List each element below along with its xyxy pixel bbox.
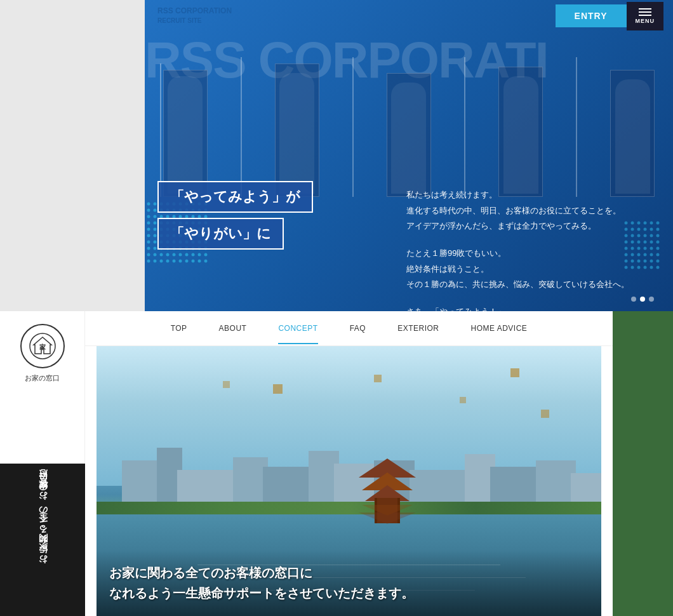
divider-1: [160, 64, 161, 197]
ouchi-main: TOPABOUTCONCEPTFAQEXTERIORHOME ADVICE: [85, 311, 613, 616]
ouchi-section: 家 お家の窓口 TOPABOUTCONCEPTFAQEXTERIORHOME A…: [0, 311, 673, 616]
svg-point-145: [644, 266, 647, 269]
nav-top[interactable]: TOP: [171, 324, 187, 333]
nav-home-advice[interactable]: HOME ADVICE: [470, 324, 527, 333]
rss-text-1-2: 進化する時代の中、明日、お客様のお役に立てることを。: [406, 203, 635, 219]
catchphrase-1: 「やってみよう」が: [157, 181, 313, 213]
rss-text-2-2: 絶対条件は戦うこと。: [406, 262, 635, 278]
catchphrase-2: 「やりがい」に: [157, 218, 284, 250]
ouchi-logo-icon: 家: [29, 332, 57, 360]
svg-point-97: [192, 260, 195, 263]
svg-point-139: [644, 260, 647, 263]
left-text-line1: お家に関わる全ての: [37, 509, 48, 570]
menu-lines: [639, 8, 651, 16]
city-buildings: [97, 441, 601, 505]
nav-concept[interactable]: CONCEPT: [278, 324, 317, 333]
person-5: [607, 57, 658, 197]
svg-point-51: [154, 234, 157, 238]
svg-point-102: [637, 222, 641, 225]
svg-point-134: [650, 253, 653, 257]
svg-point-115: [644, 234, 647, 238]
ouchi-logo-text: お家の窓口: [25, 373, 60, 383]
hero-text-1: お家に関わる全てのお客様の窓口に: [109, 563, 582, 583]
svg-point-108: [637, 228, 641, 231]
svg-point-121: [644, 241, 647, 244]
svg-point-111: [656, 228, 660, 231]
rss-text-section1: 私たちは考え続けます。 進化する時代の中、明日、お客様のお役に立てることを。 ア…: [406, 187, 635, 234]
person-1: [160, 57, 211, 197]
rss-text-2-1: たとえ１勝99敗でもいい。: [406, 246, 635, 262]
svg-point-114: [637, 234, 641, 238]
svg-point-132: [637, 253, 641, 257]
rss-header: RSS CORPORATION RECRUIT SITE ENTRY MENU: [0, 0, 673, 32]
svg-point-116: [650, 234, 653, 238]
person-4-body: [503, 76, 538, 194]
person-2-body: [279, 73, 314, 194]
rss-text-area: 私たちは考え続けます。 進化する時代の中、明日、お客様のお役に立てることを。 ア…: [406, 187, 635, 311]
svg-point-31: [154, 222, 157, 225]
svg-point-11: [154, 209, 157, 212]
rss-left-panel: [0, 0, 145, 311]
svg-point-141: [656, 260, 660, 263]
svg-point-138: [637, 260, 641, 263]
svg-point-96: [185, 260, 189, 263]
person-3-body: [391, 83, 426, 194]
menu-button[interactable]: MENU: [627, 2, 664, 30]
svg-point-10: [147, 209, 150, 212]
deco-sq-2: [374, 375, 382, 382]
nav-about[interactable]: ABOUT: [219, 324, 247, 333]
nav-faq[interactable]: FAQ: [350, 324, 366, 333]
ouchi-right-panel: [613, 311, 673, 616]
rss-logo-line2: RECRUIT SITE: [157, 17, 232, 25]
svg-point-110: [650, 228, 653, 231]
rss-section: RSS CORPORATI RSS CORPORATION RECRUIT SI…: [0, 0, 673, 311]
rss-header-right: ENTRY MENU: [556, 2, 663, 30]
svg-point-140: [650, 260, 653, 263]
menu-label: MENU: [636, 18, 655, 24]
svg-point-71: [154, 247, 157, 250]
svg-point-109: [644, 228, 647, 231]
rss-text-1-3: アイデアが浮かんだら、まずは全力でやってみる。: [406, 218, 635, 234]
divider-v1: [241, 57, 242, 197]
dot-2: [640, 297, 645, 302]
pavilion: [359, 459, 416, 522]
rss-text-1-1: 私たちは考え続けます。: [406, 187, 635, 203]
svg-point-147: [656, 266, 660, 269]
menu-line-2: [639, 11, 651, 13]
person-2: [272, 57, 323, 197]
svg-point-30: [147, 222, 150, 225]
svg-point-117: [656, 234, 660, 238]
svg-point-61: [154, 241, 157, 244]
svg-point-81: [154, 253, 157, 257]
menu-line-1: [639, 8, 651, 10]
rss-people: [145, 32, 673, 197]
svg-point-41: [154, 228, 157, 231]
svg-point-0: [147, 203, 150, 206]
entry-button[interactable]: ENTRY: [556, 4, 627, 27]
deco-sq-1: [273, 384, 283, 394]
svg-point-91: [154, 260, 157, 263]
svg-point-40: [147, 228, 150, 231]
pavilion-reflection: [359, 501, 416, 524]
nav-exterior[interactable]: EXTERIOR: [397, 324, 439, 333]
svg-point-133: [644, 253, 647, 257]
svg-point-103: [644, 222, 647, 225]
divider-v3: [464, 57, 465, 197]
svg-point-135: [656, 253, 660, 257]
rss-logo-line1: RSS CORPORATION: [157, 6, 232, 17]
divider-v4: [576, 57, 577, 197]
hero-text-2: なれるよう一生懸命サポートをさせていただきます。: [109, 583, 582, 603]
svg-point-144: [637, 266, 641, 269]
svg-point-93: [166, 260, 170, 263]
svg-point-80: [147, 253, 150, 257]
ouchi-nav: TOPABOUTCONCEPTFAQEXTERIORHOME ADVICE: [85, 311, 613, 346]
dot-1: [631, 297, 636, 302]
person-3: [383, 57, 434, 197]
svg-point-128: [650, 247, 653, 250]
svg-point-90: [147, 260, 150, 263]
svg-point-20: [147, 215, 150, 218]
rss-logo: RSS CORPORATION RECRUIT SITE: [157, 6, 232, 25]
svg-point-123: [656, 241, 660, 244]
svg-point-98: [198, 260, 201, 263]
svg-point-122: [650, 241, 653, 244]
